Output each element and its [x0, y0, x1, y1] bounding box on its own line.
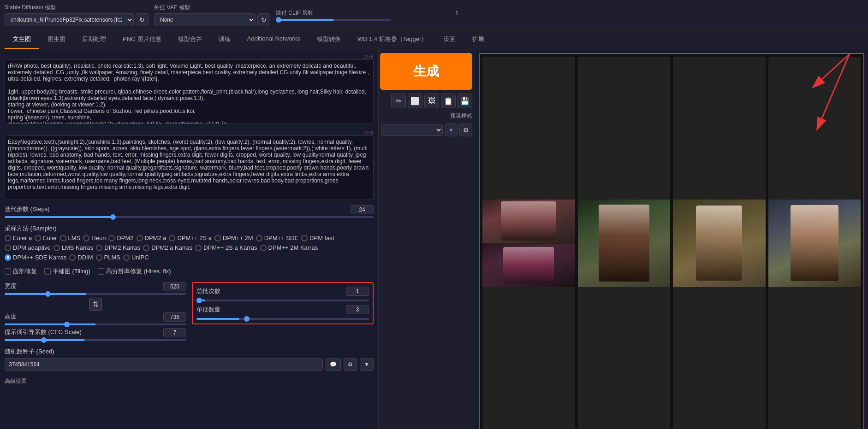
sampler-dpm2karras-radio[interactable]	[96, 245, 102, 251]
sampler-dpmppsde[interactable]: DPM++ SDE	[256, 235, 298, 241]
tab-bar: 文生图 图生图 后期处理 PNG 图片信息 模型合并 训练 Additional…	[0, 30, 868, 49]
sampler-dpm2akarras-radio[interactable]	[143, 245, 149, 251]
swap-dimensions-btn[interactable]: ⇅	[89, 298, 102, 311]
tab-tagger[interactable]: WD 1.4 标签器（Tagger）	[349, 30, 436, 49]
sampler-dpmpp2sakarras-radio[interactable]	[195, 245, 202, 251]
vae-select-row: None ↻	[154, 13, 270, 26]
image-cell-1[interactable]	[482, 57, 575, 429]
sampler-lmskarras-radio[interactable]	[54, 245, 60, 251]
image-cell-4[interactable]	[768, 57, 861, 429]
sampler-unipc-radio[interactable]	[123, 254, 130, 261]
sampler-ddim[interactable]: DDIM	[69, 254, 93, 261]
model-label: Stable Diffusion 模型	[5, 4, 149, 12]
sampler-plms[interactable]: PLMS	[96, 254, 120, 261]
preset-select[interactable]	[381, 124, 443, 136]
tab-img2img[interactable]: 图生图	[39, 30, 74, 49]
sampler-dpm2-radio[interactable]	[108, 235, 115, 241]
sampler-lmskarras[interactable]: LMS Karras	[54, 244, 94, 251]
sampler-dpm2akarras[interactable]: DPM2 a Karras	[143, 244, 192, 251]
sampler-euler-a[interactable]: Euler a	[5, 235, 32, 241]
width-slider[interactable]	[5, 293, 186, 295]
left-panel: 0/75 (RAW photo, best quality), (realist…	[0, 49, 378, 429]
sampler-dpm2[interactable]: DPM2	[108, 235, 133, 241]
toolbar-save-btn[interactable]: 💾	[458, 94, 472, 108]
advanced-label: 高级设置	[5, 377, 374, 385]
steps-slider[interactable]	[5, 216, 374, 218]
negative-prompt-textarea[interactable]: EasyNegative,teeth,(sunlight:2),(sunshin…	[5, 135, 374, 200]
clip-slider[interactable]	[276, 19, 391, 21]
sampler-dpmadaptive-radio[interactable]	[5, 245, 11, 251]
seed-label: 随机数种子 (Seed)	[5, 347, 374, 356]
tab-extras[interactable]: 后期处理	[74, 30, 114, 49]
sampler-dpmfast[interactable]: DPM fast	[301, 235, 334, 241]
batch-count-slider[interactable]	[196, 300, 369, 301]
vae-refresh-btn[interactable]: ↻	[257, 13, 270, 26]
image-cell-2[interactable]	[578, 57, 671, 429]
sampler-dpmppsde-radio[interactable]	[256, 235, 262, 241]
seed-chat-btn[interactable]: 💬	[326, 358, 341, 371]
sampler-lms-radio[interactable]	[60, 235, 66, 241]
sampler-dpmpp2sakarras[interactable]: DPM++ 2S a Karras	[195, 244, 257, 251]
toolbar-clipboard-btn[interactable]: 📋	[441, 94, 456, 108]
sampler-section: 采样方法 (Sampler) Euler a Euler LMS	[5, 224, 374, 261]
toolbar-pencil-btn[interactable]: ✏	[391, 94, 406, 108]
cfg-slider[interactable]	[5, 339, 186, 341]
sampler-dpmpp2sa-radio[interactable]	[169, 235, 175, 241]
tab-merge[interactable]: 模型合并	[170, 30, 210, 49]
clip-section: 跳过 CLIP 层数 1	[276, 9, 460, 21]
tab-extensions[interactable]: 扩展	[464, 30, 493, 49]
seed-recycle-btn[interactable]: ♻	[344, 358, 357, 371]
sampler-dpm2karras[interactable]: DPM2 Karras	[96, 244, 140, 251]
tab-model-convert[interactable]: 模型转换	[309, 30, 349, 49]
sampler-unipc[interactable]: UniPC	[123, 254, 149, 261]
sampler-dpmfast-radio[interactable]	[301, 235, 308, 241]
sampler-dpmpp2m[interactable]: DPM++ 2M	[214, 235, 253, 241]
sampler-dpm2a-radio[interactable]	[137, 235, 143, 241]
sampler-dpmpp2mkarras-radio[interactable]	[260, 245, 267, 251]
sampler-euler-a-radio[interactable]	[5, 235, 11, 241]
sampler-lms[interactable]: LMS	[60, 235, 81, 241]
vae-select[interactable]: None	[154, 13, 256, 26]
seed-input[interactable]	[5, 358, 323, 371]
tab-pnginfo[interactable]: PNG 图片信息	[114, 30, 170, 49]
tab-additional-networks[interactable]: Additional Networks	[239, 30, 309, 49]
tab-txt2img[interactable]: 文生图	[5, 30, 39, 49]
toolbar-icons-row: ✏ ⬜ 🖼 📋 💾	[391, 94, 472, 108]
sampler-dpmpp2sa[interactable]: DPM++ 2S a	[169, 235, 211, 241]
toolbar-image-btn[interactable]: 🖼	[424, 94, 439, 108]
height-slider[interactable]	[5, 323, 186, 325]
seed-extra-btn[interactable]: ▼	[360, 358, 374, 371]
image-cell-3[interactable]	[673, 57, 766, 429]
model-select-row: chilloutmix_NiPrunedFp32Fix.safetensors …	[5, 13, 149, 26]
model-select[interactable]: chilloutmix_NiPrunedFp32Fix.safetensors …	[5, 13, 134, 26]
sampler-ddim-radio[interactable]	[69, 254, 76, 261]
face-restore-checkbox[interactable]: 面部修复	[5, 267, 37, 276]
generate-button[interactable]: 生成	[380, 53, 472, 90]
sampler-dpm2a[interactable]: DPM2 a	[137, 235, 166, 241]
height-container: 高度 736	[5, 312, 186, 325]
sampler-dpmppsdekrs[interactable]: DPM++ SDE Karras	[5, 254, 66, 261]
preset-config-btn[interactable]: ⚙	[459, 123, 472, 136]
preset-x-btn[interactable]: ×	[445, 123, 458, 136]
tiling-checkbox[interactable]: 平铺图 (Tiling)	[44, 267, 90, 276]
sampler-dpmpp2m-radio[interactable]	[214, 235, 221, 241]
hires-fix-checkbox[interactable]: 高分辨率修复 (Hires. fix)	[98, 267, 171, 276]
sampler-dpmpp2mkarras[interactable]: DPM++ 2M Karras	[260, 244, 318, 251]
sampler-dpmppsdekrs-radio[interactable]	[5, 254, 11, 261]
tab-train[interactable]: 训练	[210, 30, 239, 49]
batch-section: 总批次数 1 单批数量 3	[192, 282, 374, 324]
app-container: Stable Diffusion 模型 chilloutmix_NiPruned…	[0, 0, 868, 429]
sampler-heun-radio[interactable]	[83, 235, 89, 241]
sampler-euler[interactable]: Euler	[35, 235, 57, 241]
sampler-heun[interactable]: Heun	[83, 235, 106, 241]
toolbar-square-btn[interactable]: ⬜	[408, 94, 422, 108]
sampler-plms-radio[interactable]	[96, 254, 102, 261]
batch-size-slider[interactable]	[196, 318, 369, 320]
batch-size-value: 3	[346, 305, 369, 314]
positive-prompt-textarea[interactable]: (RAW photo, best quality), (realistic, p…	[5, 59, 374, 124]
right-toolbar: 生成 ✏ ⬜ 🖼 📋 💾 预设样式 × ⚙	[378, 49, 475, 429]
sampler-dpmadaptive[interactable]: DPM adaptive	[5, 244, 51, 251]
sampler-euler-radio[interactable]	[35, 235, 41, 241]
tab-settings[interactable]: 设置	[435, 30, 464, 49]
model-refresh-btn[interactable]: ↻	[136, 13, 149, 26]
